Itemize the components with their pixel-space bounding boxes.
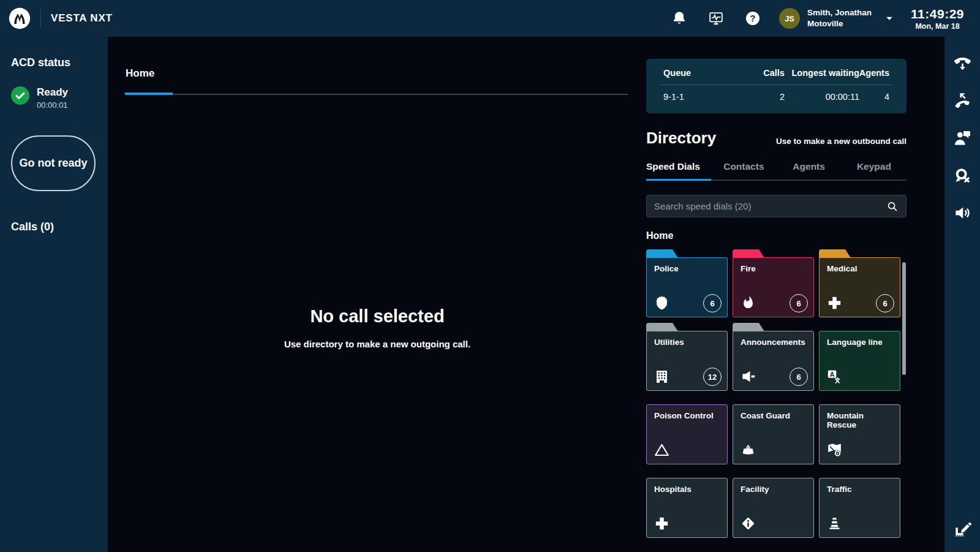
tile-label: Hospitals: [654, 485, 720, 494]
folder-tab: [733, 249, 764, 258]
traffic-barrel-icon: [826, 515, 843, 532]
speed-dial-tile-language-line[interactable]: Language line A: [819, 323, 900, 391]
tab-keypad[interactable]: Keypad: [842, 161, 907, 180]
tile-count-badge: 6: [790, 294, 808, 312]
calls-col-header: Calls: [736, 68, 785, 78]
empty-state-title: No call selected: [194, 306, 561, 327]
speed-dial-tile-police[interactable]: Police 6: [646, 249, 728, 317]
agent-chat-icon[interactable]: [953, 129, 972, 148]
notifications-icon[interactable]: [671, 10, 687, 26]
speed-dial-tile-traffic[interactable]: Traffic: [819, 470, 900, 538]
tile-count-badge: 12: [703, 368, 722, 386]
speed-dial-tile-coast-guard[interactable]: Coast Guard: [733, 396, 814, 464]
system-monitor-icon[interactable]: [708, 10, 724, 26]
tile-label: Facility: [741, 485, 806, 494]
tile-label: Medical: [827, 264, 892, 273]
volume-icon[interactable]: [953, 203, 972, 222]
directory-hint: Use to make a new outbound call: [776, 137, 907, 148]
motorola-logo-icon: [9, 7, 31, 29]
police-badge-icon: [654, 295, 670, 311]
folder-tab: [646, 323, 678, 331]
help-icon[interactable]: ?: [745, 10, 761, 26]
tile-label: Fire: [741, 264, 806, 273]
tile-label: Utilities: [654, 338, 720, 347]
tile-count-badge: 6: [703, 294, 722, 312]
tile-label: Language line: [827, 338, 892, 347]
avatar[interactable]: JS: [779, 8, 800, 29]
tile-label: Traffic: [827, 485, 892, 494]
tab-agents[interactable]: Agents: [777, 161, 842, 180]
directory-scrollbar[interactable]: [902, 262, 906, 375]
search-icon[interactable]: [886, 200, 899, 213]
agents-col-header: Agents: [859, 68, 889, 78]
folder-tab: [819, 249, 851, 258]
speed-dial-tile-facility[interactable]: Facility: [733, 470, 814, 538]
search-input[interactable]: [654, 201, 886, 211]
queue-agents: 4: [859, 92, 889, 102]
tile-label: Poison Control: [654, 411, 720, 420]
user-menu-caret-icon[interactable]: [884, 13, 895, 24]
call-control-toolbar: [944, 37, 980, 552]
empty-state-hint: Use directory to make a new outgoing cal…: [194, 339, 561, 349]
directory-title: Directory: [646, 129, 716, 148]
longest-waiting-col-header: Longest waiting: [785, 68, 859, 78]
queue-table-divider: [661, 85, 892, 85]
folder-tab: [646, 249, 678, 258]
tab-contacts[interactable]: Contacts: [711, 161, 776, 180]
calls-heading: Calls (0): [11, 221, 97, 233]
directory-panel: Queue Calls Longest waiting Agents 9-1-1…: [646, 37, 907, 552]
tile-body: Mountain Rescue: [819, 404, 900, 464]
top-bar: VESTA NXT ? JS Smith, Jonathan Motoville…: [0, 0, 980, 37]
medical-cross-icon: [654, 515, 670, 532]
user-location: Motoville: [807, 18, 872, 29]
tile-body: Poison Control: [646, 404, 728, 464]
speed-dial-tile-utilities[interactable]: Utilities 12: [646, 323, 728, 391]
tab-hairline: [125, 94, 628, 95]
monitor-off-icon[interactable]: [953, 166, 972, 185]
speed-dial-tile-poison-control[interactable]: Poison Control: [646, 396, 728, 464]
speed-dial-group-label: Home: [646, 230, 907, 241]
tab-active-indicator: [125, 93, 173, 95]
acd-timer: 00:00:01: [37, 100, 68, 110]
directory-tabs: Speed Dials Contacts Agents Keypad: [646, 161, 907, 181]
tile-body: Traffic: [819, 478, 900, 538]
user-name: Smith, Jonathan Motoville: [807, 7, 872, 29]
clock-date: Mon, Mar 18: [911, 22, 964, 31]
acd-state: Ready: [37, 86, 68, 99]
queue-monitor-card: Queue Calls Longest waiting Agents 9-1-1…: [646, 59, 907, 113]
clock-time: 11:49:29: [911, 7, 964, 21]
queue-col-header: Queue: [663, 68, 736, 78]
tab-speed-dials[interactable]: Speed Dials: [646, 161, 711, 181]
callback-icon[interactable]: [953, 91, 972, 110]
warning-triangle-icon: [654, 442, 670, 458]
layout-edit-icon[interactable]: [953, 518, 972, 537]
speed-dial-grid: Police 6 Fire 6 Medical 6 Utilities 12 A…: [646, 249, 907, 538]
tile-body: Facility: [733, 478, 814, 538]
tile-body: Language line A: [819, 331, 900, 391]
queue-table-header: Queue Calls Longest waiting Agents: [663, 68, 889, 78]
info-diamond-icon: [740, 515, 756, 532]
tile-count-badge: 6: [876, 294, 894, 312]
speed-dial-search: [646, 195, 907, 217]
speed-dial-tile-medical[interactable]: Medical 6: [819, 249, 900, 317]
acd-ready-row: Ready 00:00:01: [11, 86, 97, 110]
tab-home[interactable]: Home: [126, 67, 154, 80]
tile-label: Coast Guard: [741, 411, 806, 420]
tile-body: Police 6: [646, 257, 728, 317]
tile-body: Announcements 6: [733, 331, 814, 391]
call-release-icon[interactable]: [953, 54, 972, 73]
speed-dial-tile-hospitals[interactable]: Hospitals: [646, 470, 728, 538]
user-name-line1: Smith, Jonathan: [807, 7, 872, 18]
svg-text:?: ?: [750, 13, 756, 23]
svg-text:A: A: [830, 371, 835, 378]
speed-dial-tile-mountain-rescue[interactable]: Mountain Rescue: [819, 396, 900, 464]
tile-body: Hospitals: [646, 478, 728, 538]
queue-name: 9-1-1: [663, 92, 736, 102]
speed-dial-tile-announcements[interactable]: Announcements 6: [733, 323, 814, 391]
speed-dial-tile-fire[interactable]: Fire 6: [733, 249, 814, 317]
translate-icon: A: [826, 368, 843, 385]
workspace: Home No call selected Use directory to m…: [108, 37, 944, 552]
go-not-ready-button[interactable]: Go not ready: [11, 135, 96, 191]
tile-label: Announcements: [741, 338, 806, 347]
tile-label: Police: [654, 264, 720, 273]
